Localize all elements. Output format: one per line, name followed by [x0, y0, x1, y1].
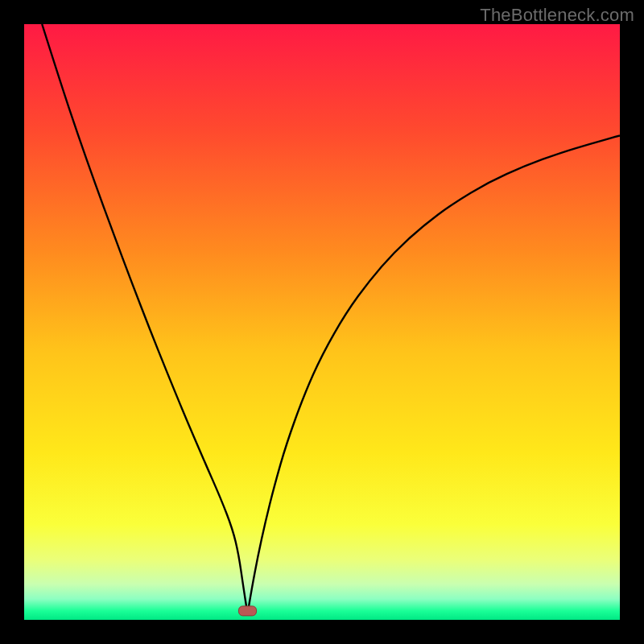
chart-frame: TheBottleneck.com — [0, 0, 644, 644]
watermark-text: TheBottleneck.com — [480, 5, 634, 26]
gradient-background — [24, 24, 620, 620]
bottleneck-curve-chart — [24, 24, 620, 620]
plot-area — [24, 24, 620, 620]
optimum-marker — [239, 606, 257, 616]
